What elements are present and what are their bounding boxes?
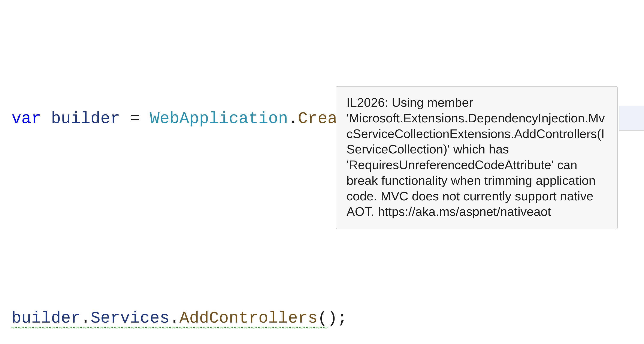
type-webapplication: WebApplication (150, 110, 288, 128)
warning-tooltip: IL2026: Using member 'Microsoft.Extensio… (336, 86, 618, 229)
identifier-builder: builder (51, 110, 120, 128)
warning-squiggly[interactable]: builder.Services.AddControllers( (12, 309, 328, 328)
keyword-var: var (12, 110, 41, 128)
space (120, 110, 130, 128)
paren-close-semicolon: ); (328, 309, 347, 327)
dot: . (288, 110, 298, 128)
operator-equals: = (130, 110, 140, 128)
code-line-2[interactable]: builder.Services.AddControllers(); (12, 307, 644, 329)
identifier-services: Services (90, 309, 170, 327)
dot: . (81, 309, 90, 327)
identifier-builder: builder (12, 309, 81, 327)
space (140, 110, 150, 128)
tooltip-text: IL2026: Using member 'Microsoft.Extensio… (346, 95, 605, 218)
paren-open: ( (318, 309, 328, 327)
dot: . (170, 309, 180, 327)
space (41, 110, 51, 128)
member-addcontrollers: AddControllers (180, 309, 318, 327)
